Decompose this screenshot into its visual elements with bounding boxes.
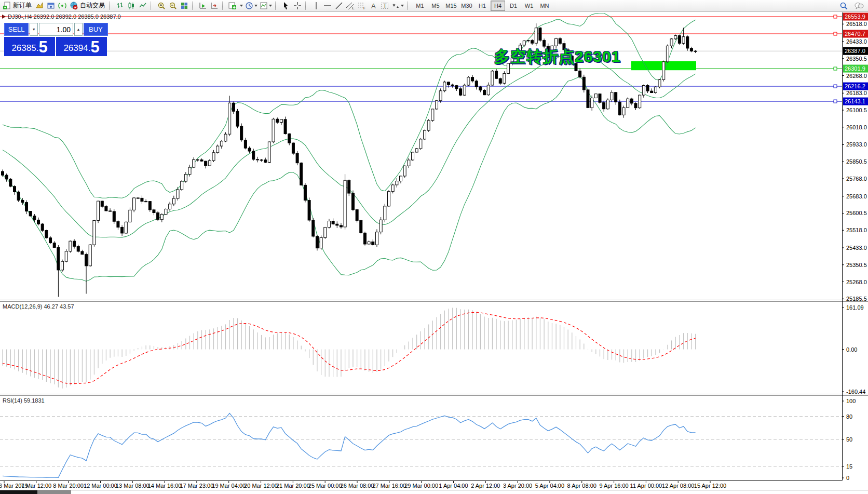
mt4-terminal-window: 新订单 自动交易	[0, 0, 868, 494]
auto-trading-icon[interactable]	[68, 1, 79, 11]
fibonacci-tool-icon[interactable]: F	[356, 1, 368, 11]
svg-text:26301.9: 26301.9	[845, 65, 865, 72]
svg-text:26553.9: 26553.9	[845, 14, 865, 20]
svg-text:0: 0	[846, 475, 849, 481]
timeframe-buttons: M1M5M15M30H1H4D1W1MN	[412, 1, 552, 11]
timeframe-m15[interactable]: M15	[444, 1, 458, 11]
auto-trading-label[interactable]: 自动交易	[80, 1, 105, 10]
svg-text:12 Mar 00:00: 12 Mar 00:00	[84, 483, 117, 489]
svg-text:19 Mar 04:00: 19 Mar 04:00	[212, 483, 246, 489]
svg-text:26143.1: 26143.1	[845, 98, 865, 104]
svg-text:26100.5: 26100.5	[846, 107, 867, 113]
svg-text:26216.2: 26216.2	[845, 83, 865, 89]
chart-canvas[interactable]: 26518.026433.026350.526268.026183.026100…	[0, 0, 868, 494]
svg-text:15 Apr 12:00: 15 Apr 12:00	[694, 483, 726, 489]
svg-text:50: 50	[846, 436, 852, 443]
svg-text:26 Mar 08:00: 26 Mar 08:00	[341, 483, 374, 489]
timeframe-h4[interactable]: H4	[491, 1, 505, 11]
svg-text:27 Mar 16:00: 27 Mar 16:00	[372, 483, 406, 489]
sell-price[interactable]: 26385.5	[4, 37, 55, 56]
tile-windows-icon[interactable]	[179, 1, 190, 11]
new-order-button[interactable]	[1, 1, 12, 11]
svg-text:25268.0: 25268.0	[846, 279, 867, 285]
svg-text:26268.0: 26268.0	[846, 73, 867, 79]
svg-text:25433.0: 25433.0	[846, 245, 867, 251]
timeframe-m1[interactable]: M1	[413, 1, 427, 11]
svg-text:20 Mar 12:00: 20 Mar 12:00	[244, 483, 278, 489]
one-click-trading-panel: SELL ▼ ▲ BUY 26385.5 26394.5	[4, 23, 108, 56]
toolbar-separator	[192, 2, 196, 10]
equidistant-channel-tool-icon[interactable]: E	[345, 1, 356, 11]
new-order-label[interactable]: 新订单	[13, 1, 32, 10]
arrows-tool-icon[interactable]	[390, 1, 405, 11]
svg-text:25768.0: 25768.0	[846, 176, 867, 182]
bar-chart-type-icon[interactable]	[114, 1, 126, 11]
indicators-icon[interactable]	[227, 1, 244, 11]
buy-price[interactable]: 26394.5	[56, 37, 107, 56]
sell-button[interactable]: SELL	[4, 23, 29, 36]
line-chart-type-icon[interactable]	[137, 1, 148, 11]
scrollbar-gray-segment	[37, 490, 71, 494]
svg-text:25185.5: 25185.5	[846, 296, 867, 302]
svg-text:14 Mar 16:00: 14 Mar 16:00	[148, 483, 182, 489]
chart-title: DJ30-,H4 26392.0 26392.0 26385.0 26387.0	[2, 14, 121, 20]
svg-text:17 Mar 23:00: 17 Mar 23:00	[180, 483, 214, 489]
svg-text:25 Mar 00:00: 25 Mar 00:00	[308, 483, 342, 489]
svg-text:25600.5: 25600.5	[846, 210, 867, 216]
svg-text:25933.0: 25933.0	[846, 141, 867, 148]
sell-price-main: 26385.	[11, 42, 38, 55]
vertical-line-tool-icon[interactable]	[310, 1, 322, 11]
timeframe-mn[interactable]: MN	[537, 1, 552, 11]
svg-text:26387.0: 26387.0	[845, 48, 865, 54]
pivot-annotation-text: 多空转折点26301	[494, 46, 620, 68]
svg-text:25683.0: 25683.0	[846, 193, 867, 199]
toolbar-separator	[275, 2, 279, 10]
crosshair-icon[interactable]	[292, 1, 303, 11]
zoom-in-icon[interactable]	[156, 1, 167, 11]
chat-icon[interactable]	[853, 1, 865, 11]
timeframe-m30[interactable]: M30	[459, 1, 474, 11]
search-icon[interactable]	[838, 1, 849, 11]
horizontal-line-tool-icon[interactable]	[322, 1, 333, 11]
cursor-icon[interactable]	[280, 1, 292, 11]
svg-text:25350.5: 25350.5	[846, 262, 867, 268]
timeframe-h1[interactable]: H1	[475, 1, 490, 11]
buy-button[interactable]: BUY	[84, 23, 108, 36]
chart-title-text: DJ30-,H4 26392.0 26392.0 26385.0 26387.0	[8, 14, 121, 20]
volume-decrease-button[interactable]: ▼	[30, 23, 38, 36]
timeframe-d1[interactable]: D1	[506, 1, 521, 11]
svg-text:7 Mar 12:00: 7 Mar 12:00	[21, 483, 51, 489]
svg-text:26183.0: 26183.0	[846, 90, 867, 96]
svg-text:1 Apr 04:00: 1 Apr 04:00	[439, 483, 468, 489]
svg-text:11 Apr 00:00: 11 Apr 00:00	[630, 483, 662, 489]
charts-menu-icon[interactable]	[34, 1, 45, 11]
zoom-out-icon[interactable]	[167, 1, 179, 11]
candlestick-chart-type-icon[interactable]	[126, 1, 137, 11]
svg-text:161.09: 161.09	[846, 304, 864, 311]
timeframe-w1[interactable]: W1	[522, 1, 536, 11]
svg-text:8 Mar 20:00: 8 Mar 20:00	[53, 483, 84, 489]
svg-text:26350.5: 26350.5	[846, 56, 867, 62]
toolbar-separator	[151, 2, 154, 10]
buy-price-main: 26394.	[63, 42, 90, 55]
auto-scroll-icon[interactable]	[197, 1, 209, 11]
timeframe-m5[interactable]: M5	[428, 1, 443, 11]
text-tool-icon[interactable]: A	[368, 1, 379, 11]
svg-text:80: 80	[846, 413, 852, 420]
chart-shift-icon[interactable]	[209, 1, 220, 11]
text-label-tool-icon[interactable]: T	[379, 1, 390, 11]
svg-text:26518.0: 26518.0	[846, 21, 867, 27]
volume-increase-button[interactable]: ▲	[74, 23, 83, 36]
svg-text:26433.0: 26433.0	[846, 38, 867, 45]
volume-input[interactable]	[39, 23, 73, 36]
svg-text:3 Apr 20:00: 3 Apr 20:00	[503, 483, 532, 489]
periods-icon[interactable]	[244, 1, 259, 11]
svg-text:26018.0: 26018.0	[846, 124, 867, 130]
toolbar: 新订单 自动交易	[0, 0, 868, 11]
templates-icon[interactable]	[259, 1, 273, 11]
trendline-tool-icon[interactable]	[333, 1, 345, 11]
sell-price-pips: 5	[38, 39, 47, 55]
toolbar-separator	[109, 2, 113, 10]
signal-icon[interactable]	[57, 1, 68, 11]
profile-icon[interactable]	[45, 1, 57, 11]
